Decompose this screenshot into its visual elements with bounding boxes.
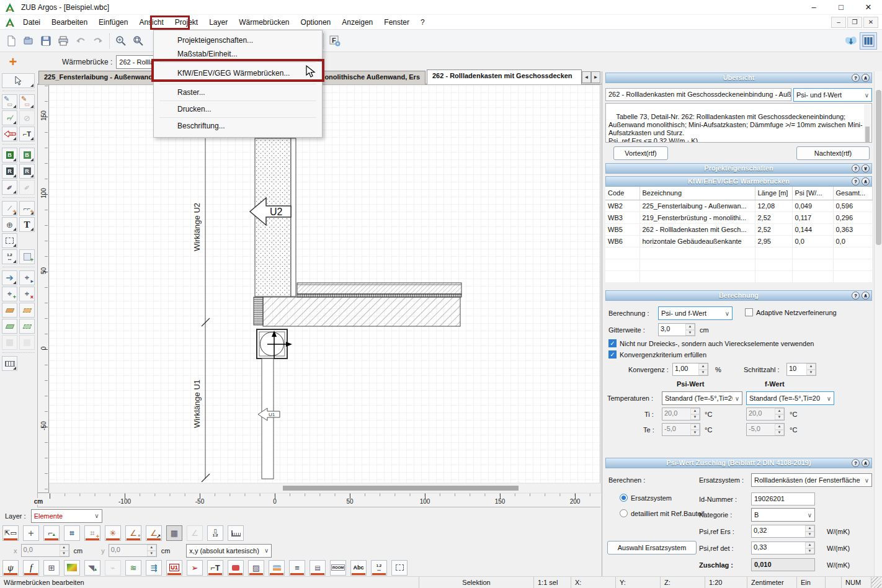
grid-toggle-button[interactable]: ⌗	[64, 525, 80, 541]
f-settings-button[interactable]: F	[326, 32, 344, 50]
te-f-input[interactable]: -5,0 ▲▼	[746, 423, 785, 436]
ersatzsystem-radio-row[interactable]: Ersatzsystem	[620, 494, 672, 502]
collapse-icon[interactable]: ∧	[862, 74, 870, 82]
spinner-buttons[interactable]: ▲▼	[775, 408, 784, 420]
expand-icon[interactable]: ∨	[862, 164, 870, 172]
snap-cross-button[interactable]: +	[23, 525, 39, 541]
resize-grip[interactable]	[871, 577, 881, 588]
hatch-display-button[interactable]: ▨	[248, 560, 264, 576]
close-button[interactable]: ✕	[855, 0, 882, 14]
add-waermebruecke-button[interactable]: +	[5, 54, 21, 70]
tab-scroll-right-button[interactable]: ►	[591, 71, 600, 83]
edit-edge-orange-tool[interactable]	[2, 303, 17, 318]
menu-waermebruecken[interactable]: Wärmebrücken	[233, 15, 295, 30]
table-empty-row[interactable]	[605, 270, 872, 282]
measure-tool[interactable]	[2, 356, 17, 371]
detail-radio-row[interactable]: detailliert mit Ref.Bauteil	[620, 509, 705, 517]
temperature-cursor-button[interactable]: ⌐T	[207, 560, 223, 576]
help-icon[interactable]: ?	[852, 74, 860, 82]
draw-element-orange-tool[interactable]: ✎▭	[19, 94, 35, 109]
zoom-in-button[interactable]	[112, 32, 130, 50]
wall-scale-button[interactable]: ▯1:2	[207, 525, 223, 541]
isotherm-color-button[interactable]	[64, 560, 80, 576]
f-value-button[interactable]: f	[23, 560, 39, 576]
assign-material-b-tool[interactable]: B	[2, 148, 17, 163]
horizontal-ruler[interactable]: cm -100 -50 0 50 100 150 200	[38, 492, 601, 507]
table-row[interactable]: WB3219_Fensterbrüstung - monolithi...2,5…	[605, 212, 872, 223]
pin-add-tool[interactable]: ⌖+	[2, 287, 17, 301]
move-element-tool[interactable]: ➔	[2, 270, 17, 285]
layer-select[interactable]: Elemente ∨	[31, 509, 102, 523]
help-icon[interactable]: ?	[852, 459, 860, 467]
room-label-button[interactable]: ROOM	[330, 560, 346, 576]
spinner-buttons[interactable]: ▲▼	[775, 424, 784, 435]
menu-item-drucken[interactable]: Drucken...	[154, 102, 322, 116]
assign-boundary-r-alt-tool[interactable]: R	[19, 164, 35, 179]
id-nummer-input[interactable]: 19026201	[751, 492, 815, 506]
snap-ortho-button[interactable]: ⌐▴	[43, 525, 60, 541]
te-psi-input[interactable]: -5,0 ▲▼	[662, 423, 700, 436]
lines-display-button[interactable]: ≡	[289, 560, 305, 576]
section-header-uebersicht[interactable]: Übersicht ?∧	[605, 73, 872, 83]
snap-select-button[interactable]: ⇱▭	[2, 525, 19, 541]
description-scrollbar[interactable]	[864, 104, 871, 141]
edit-edge-green-alt-tool[interactable]	[19, 319, 35, 334]
undo-button[interactable]	[72, 32, 89, 50]
corner-ruler-button[interactable]	[228, 525, 244, 541]
konvergenz-checkbox[interactable]: ✓	[608, 350, 617, 359]
spinner-buttons[interactable]: ▲▼	[690, 424, 700, 435]
draw-polyline-tool[interactable]: ⌐∕	[2, 110, 17, 125]
menu-hilfe[interactable]: ?	[415, 15, 430, 30]
isolines-button[interactable]: ≋	[125, 560, 141, 576]
menu-einfuegen[interactable]: Einfügen	[93, 15, 133, 30]
spinner-buttons[interactable]: ▲▼	[60, 545, 69, 556]
arrow-sequence-button[interactable]: ➢	[187, 560, 203, 576]
y-coord-input[interactable]: 0,0 ▲▼	[109, 544, 157, 557]
selection-frame-button[interactable]	[391, 560, 408, 576]
vertical-ruler[interactable]: 150 100 50 0 -50	[38, 85, 49, 494]
nachtext-button[interactable]: Nachtext(rtf)	[796, 146, 870, 160]
menu-layer[interactable]: Layer	[203, 15, 233, 30]
zoom-window-button[interactable]	[130, 32, 147, 50]
text-label-button[interactable]: Abc	[350, 560, 367, 576]
roller-shutter-box[interactable]	[257, 329, 292, 359]
spinner-buttons[interactable]: ▲▼	[806, 363, 816, 375]
vierecks-checkbox[interactable]: ✓	[608, 339, 617, 347]
gitterweite-input[interactable]: 3,0 ▲▼	[658, 323, 695, 336]
snap-star-button[interactable]: ✳	[105, 525, 121, 541]
dimension-line-u1[interactable]: Wirklänge U1	[192, 323, 210, 482]
mdi-restore-button[interactable]: ❐	[847, 17, 862, 28]
section-header-berechnung[interactable]: Berechnung ?∧	[605, 290, 872, 301]
temperature-point-tool[interactable]: ⌐T	[19, 127, 35, 141]
spinner-buttons[interactable]: ▲▼	[690, 408, 700, 420]
layers-display-button[interactable]	[269, 560, 285, 576]
section-header-projekteigenschaften[interactable]: Projekteigenschaften ?∨	[605, 163, 872, 174]
print-button[interactable]	[55, 32, 72, 50]
menu-bearbeiten[interactable]: Bearbeiten	[46, 15, 93, 30]
dimension-line-u2[interactable]: Wirklänge U2	[192, 138, 210, 326]
draw-element-tool[interactable]: ✎▭	[2, 94, 17, 109]
coordinate-mode-select[interactable]: x,y (absolut kartesisch) ∨	[186, 544, 272, 558]
collapse-icon[interactable]: ∧	[862, 177, 870, 185]
canvas-h-scrollbar[interactable]	[49, 483, 601, 493]
ti-f-input[interactable]: 20,0 ▲▼	[746, 408, 785, 421]
assign-boundary-r-tool[interactable]: R	[2, 164, 17, 179]
insert-image-tool[interactable]: +	[19, 249, 35, 264]
redo-button[interactable]	[89, 32, 107, 50]
vortext-button[interactable]: Vortext(rtf)	[613, 146, 668, 160]
help-icon[interactable]: ?	[852, 164, 860, 172]
table-display-button[interactable]: ▤	[310, 560, 326, 576]
add-circle-tool[interactable]: ⊕	[2, 217, 17, 232]
berechnung-select[interactable]: Psi- und f-Wert ∨	[658, 306, 733, 320]
ersatzsystem-select[interactable]: Rollladenkästen (der Fensterfläche ∨	[751, 473, 872, 487]
psiref-ers-input[interactable]: 0,32 ▲▼	[751, 525, 815, 538]
temperatur-f-select[interactable]: Standard (Te=-5°,Ti=20 ∨	[746, 391, 834, 405]
auswahl-ersatzsystem-button[interactable]: Auswahl Ersatzsystem	[607, 541, 697, 555]
drawing-canvas[interactable]: Wirklänge U2 Wirklänge U1 U2	[49, 85, 601, 494]
vector-button[interactable]: ◥▴	[84, 560, 100, 576]
u-value-arrow-tool[interactable]: U1	[2, 127, 17, 141]
table-row[interactable]: WB6horizontale Gebäudeaußenkante2,950,00…	[605, 235, 872, 247]
text-tool[interactable]: T	[19, 217, 35, 232]
table-row[interactable]: WB5262 - Rollladenkasten mit Gesch...2,5…	[605, 223, 872, 235]
table-row[interactable]: WB2225_Fensterlaibung - Außenwan...12,08…	[605, 200, 872, 212]
